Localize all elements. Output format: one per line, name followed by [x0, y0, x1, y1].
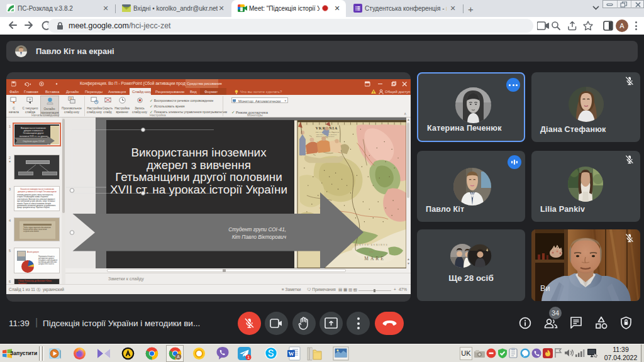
- svg-text:W: W: [289, 351, 294, 357]
- svg-text:1: 1: [247, 354, 250, 360]
- svg-text:A: A: [177, 354, 180, 359]
- svg-text:Кіт Павло Вікторович: Кіт Павло Вікторович: [232, 234, 287, 240]
- svg-text:Студент групи СОІ-41: Студент групи СОІ-41: [23, 140, 45, 143]
- svg-text:Студент групи СОІ-41,: Студент групи СОІ-41,: [228, 227, 286, 233]
